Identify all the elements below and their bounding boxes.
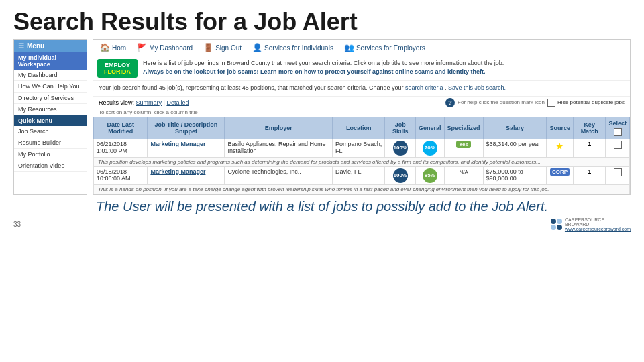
- bottom-text: The User will be presented with a list o…: [0, 195, 644, 216]
- hide-duplicate: Hide potential duplicate jobs: [547, 99, 625, 107]
- broward-circle-3: [551, 225, 556, 230]
- nav-signout[interactable]: 🚪 Sign Out: [199, 41, 246, 54]
- row1-date: 06/21/20181:01:00 PM: [94, 139, 148, 157]
- results-table: Date Last Modified Job Title / Descripti…: [93, 117, 630, 194]
- results-view-options: Results view: Summary | Detailed: [99, 99, 189, 106]
- table-header-row: Date Last Modified Job Title / Descripti…: [94, 117, 630, 139]
- row1-specialized: Yes: [444, 139, 483, 157]
- row2-general: 85%: [416, 166, 445, 184]
- col-job-title[interactable]: Job Title / Description Snippet: [148, 117, 225, 139]
- dashboard-icon: 🚩: [137, 43, 147, 52]
- col-specialized[interactable]: Specialized: [444, 117, 483, 139]
- col-location[interactable]: Location: [333, 117, 385, 139]
- star-icon: ★: [555, 141, 564, 152]
- sidebar-item-resources[interactable]: My Resources: [14, 104, 87, 115]
- nav-dashboard-label: My Dashboard: [149, 44, 193, 52]
- table-row: 06/18/201810:06:00 AM Marketing Manager …: [94, 166, 630, 184]
- save-job-search-link[interactable]: Save this Job search.: [448, 84, 506, 91]
- row1-source: ★: [547, 139, 574, 157]
- row1-select-checkbox[interactable]: [614, 141, 622, 149]
- row2-source: CORP: [547, 166, 574, 184]
- sidebar-item-resume-builder[interactable]: Resume Builder: [14, 137, 87, 149]
- row2-salary: $75,000.00 to $90,000.00: [483, 166, 547, 184]
- sort-hint: To sort on any column, click a column ti…: [93, 109, 630, 117]
- summary-view-link[interactable]: Summary: [136, 99, 162, 106]
- nav-employers-label: Services for Employers: [356, 44, 425, 52]
- row2-date: 06/18/201810:06:00 AM: [94, 166, 148, 184]
- sidebar-item-job-search[interactable]: Job Search: [14, 126, 87, 137]
- sidebar-section-workspace: My Individual Workspace: [14, 52, 87, 70]
- row1-location: Pompano Beach, FL: [333, 139, 385, 157]
- employ-florida-logo: EMPLOY FLORIDA: [97, 59, 138, 78]
- page-title: Search Results for a Job Alert: [0, 0, 644, 39]
- right-panel: 🏠 Hom 🚩 My Dashboard 🚪 Sign Out 👤 Servic…: [93, 39, 631, 195]
- nav-individuals-label: Services for Individuals: [264, 44, 333, 52]
- help-icon[interactable]: ?: [445, 98, 455, 107]
- website-link[interactable]: www.careersourcebroward.com: [565, 227, 631, 231]
- row1-general: 70%: [416, 139, 445, 157]
- col-employer[interactable]: Employer: [225, 117, 333, 139]
- content-area: EMPLOY FLORIDA Here is a list of job ope…: [93, 56, 631, 195]
- row1-snippet: This position develops marketing policie…: [94, 157, 630, 166]
- employ-florida-banner: EMPLOY FLORIDA Here is a list of job ope…: [93, 56, 630, 81]
- home-icon: 🏠: [100, 43, 110, 52]
- help-text: For help click the question mark icon: [458, 99, 545, 105]
- sidebar-item-help[interactable]: How We Can Help You: [14, 81, 87, 93]
- col-date[interactable]: Date Last Modified: [94, 117, 148, 139]
- broward-logo: CAREERSOURCEBROWARD www.careersourcebrow…: [551, 217, 631, 231]
- nav-employers[interactable]: 👥 Services for Employers: [340, 41, 429, 54]
- sidebar-header-label: Menu: [27, 42, 44, 50]
- search-criteria-link[interactable]: search criteria: [405, 84, 443, 91]
- row2-snippet: This is a hands on position. If you are …: [94, 184, 630, 194]
- individuals-icon: 👤: [252, 43, 262, 52]
- warning-text: Always be on the lookout for job scams! …: [143, 68, 486, 75]
- broward-circle-2: [557, 219, 562, 224]
- signout-icon: 🚪: [203, 43, 213, 52]
- row2-key-match: 1: [573, 166, 605, 184]
- page-number: 33: [13, 221, 21, 228]
- sidebar-header: ☰ Menu: [14, 40, 87, 52]
- row1-select[interactable]: [606, 139, 630, 157]
- row2-specialized: N/A: [444, 166, 483, 184]
- results-view-bar: Results view: Summary | Detailed ? For h…: [93, 97, 630, 109]
- sidebar-item-orientation[interactable]: Orientation Video: [14, 160, 87, 172]
- hide-duplicate-checkbox[interactable]: [547, 99, 555, 107]
- sidebar-item-dashboard[interactable]: My Dashboard: [14, 70, 87, 81]
- broward-circle-4: [557, 225, 562, 230]
- banner-text: Here is a list of job openings in Browar…: [143, 59, 504, 76]
- row2-job-title[interactable]: Marketing Manager: [148, 166, 225, 184]
- employers-icon: 👥: [344, 43, 354, 52]
- snippet-row-1: This position develops marketing policie…: [94, 157, 630, 166]
- row2-select[interactable]: [606, 166, 630, 184]
- col-general[interactable]: General: [416, 117, 445, 139]
- col-select[interactable]: Select: [606, 117, 630, 139]
- nav-home[interactable]: 🏠 Hom: [96, 41, 130, 54]
- broward-circles: [551, 219, 562, 230]
- sidebar: ☰ Menu My Individual Workspace My Dashbo…: [13, 39, 87, 195]
- sidebar-item-portfolio[interactable]: My Portfolio: [14, 149, 87, 160]
- col-source[interactable]: Source: [547, 117, 574, 139]
- sidebar-quick-menu: Quick Menu: [14, 115, 87, 126]
- nav-home-label: Hom: [112, 44, 126, 52]
- nav-dashboard[interactable]: 🚩 My Dashboard: [133, 41, 197, 54]
- col-job-skills[interactable]: Job Skills: [385, 117, 416, 139]
- broward-circle-1: [551, 219, 556, 224]
- row1-job-skills: 100%: [385, 139, 416, 157]
- row2-job-skills: 100%: [385, 166, 416, 184]
- sidebar-item-directory[interactable]: Directory of Services: [14, 93, 87, 104]
- menu-icon: ☰: [18, 42, 24, 50]
- col-key-match[interactable]: Key Match: [573, 117, 605, 139]
- select-all-checkbox[interactable]: [614, 128, 622, 136]
- row2-select-checkbox[interactable]: [614, 168, 622, 176]
- row1-job-title[interactable]: Marketing Manager: [148, 139, 225, 157]
- snippet-row-2: This is a hands on position. If you are …: [94, 184, 630, 194]
- help-section: ? For help click the question mark icon …: [445, 98, 625, 107]
- broward-text: CAREERSOURCEBROWARD: [565, 217, 631, 227]
- col-salary[interactable]: Salary: [483, 117, 547, 139]
- row1-salary: $38,314.00 per year: [483, 139, 547, 157]
- row1-employer: Basilo Appliances, Repair and Home Insta…: [225, 139, 333, 157]
- nav-bar: 🏠 Hom 🚩 My Dashboard 🚪 Sign Out 👤 Servic…: [93, 39, 631, 56]
- row1-key-match: 1: [573, 139, 605, 157]
- nav-individuals[interactable]: 👤 Services for Individuals: [248, 41, 337, 54]
- detailed-view-link[interactable]: Detailed: [166, 99, 189, 106]
